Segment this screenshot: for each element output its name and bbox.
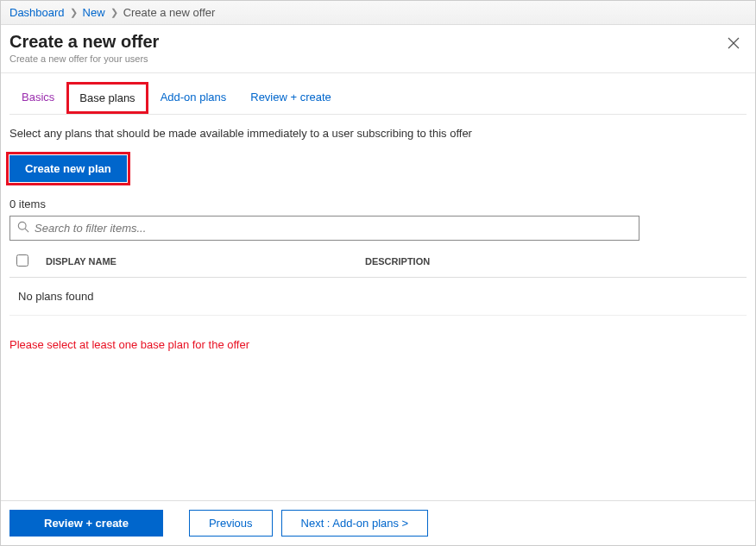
tab-base-plans[interactable]: Base plans [68,84,146,112]
previous-button[interactable]: Previous [189,510,273,537]
breadcrumb-current: Create a new offer [123,6,216,19]
breadcrumb: Dashboard ❯ New ❯ Create a new offer [1,1,755,25]
select-all-checkbox[interactable] [16,254,28,267]
breadcrumb-link-new[interactable]: New [83,6,105,19]
column-description[interactable]: DESCRIPTION [365,256,740,267]
items-count-label: 0 items [9,198,747,210]
create-new-plan-button[interactable]: Create new plan [9,155,127,182]
tab-review-create[interactable]: Review + create [238,82,343,114]
tab-addon-plans[interactable]: Add-on plans [148,82,239,114]
chevron-right-icon: ❯ [70,7,78,18]
table-header: DISPLAY NAME DESCRIPTION [9,246,747,278]
validation-error: Please select at least one base plan for… [9,338,747,351]
svg-point-2 [18,222,26,229]
filter-box[interactable] [9,216,639,241]
breadcrumb-link-dashboard[interactable]: Dashboard [9,6,65,19]
page-subtitle: Create a new offer for your users [9,53,159,64]
page-header: Create a new offer Create a new offer fo… [1,25,755,73]
footer-bar: Review + create Previous Next : Add-on p… [1,500,755,545]
search-icon [17,221,29,235]
chevron-right-icon: ❯ [110,7,118,18]
column-display-name[interactable]: DISPLAY NAME [46,256,365,267]
tab-description: Select any plans that should be made ava… [9,127,747,140]
tab-basics[interactable]: Basics [9,82,66,114]
tab-bar: Basics Base plans Add-on plans Review + … [9,82,747,115]
close-icon[interactable] [721,32,747,57]
filter-input[interactable] [35,222,632,235]
page-title: Create a new offer [9,32,159,52]
empty-state: No plans found [9,278,747,316]
svg-line-3 [25,229,28,232]
next-button[interactable]: Next : Add-on plans > [281,510,429,537]
review-create-button[interactable]: Review + create [9,510,163,537]
